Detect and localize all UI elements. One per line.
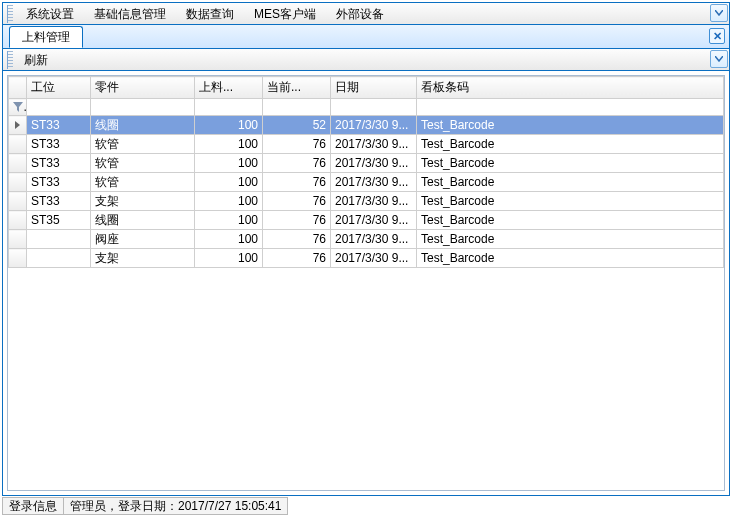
filter-cell[interactable] bbox=[331, 99, 417, 116]
cell-cur[interactable]: 76 bbox=[263, 154, 331, 173]
col-header-current[interactable]: 当前... bbox=[263, 77, 331, 99]
cell-station[interactable] bbox=[27, 230, 91, 249]
cell-part[interactable]: 软管 bbox=[91, 135, 195, 154]
cell-cur[interactable]: 76 bbox=[263, 230, 331, 249]
row-indicator[interactable] bbox=[9, 173, 27, 192]
tab-close-button[interactable]: ✕ bbox=[709, 28, 725, 44]
toolbar-grip[interactable] bbox=[7, 51, 13, 69]
cell-qty[interactable]: 100 bbox=[195, 173, 263, 192]
cell-date[interactable]: 2017/3/30 9... bbox=[331, 116, 417, 135]
col-header-part[interactable]: 零件 bbox=[91, 77, 195, 99]
table-row[interactable]: ST35线圈100762017/3/30 9...Test_Barcode bbox=[9, 211, 724, 230]
filter-cell[interactable] bbox=[27, 99, 91, 116]
cell-part[interactable]: 线圈 bbox=[91, 211, 195, 230]
cell-part[interactable]: 阀座 bbox=[91, 230, 195, 249]
cell-cur[interactable]: 76 bbox=[263, 211, 331, 230]
cell-cur[interactable]: 76 bbox=[263, 135, 331, 154]
row-indicator[interactable] bbox=[9, 116, 27, 135]
cell-cur[interactable]: 76 bbox=[263, 249, 331, 268]
cell-qty[interactable]: 100 bbox=[195, 116, 263, 135]
menu-data-query[interactable]: 数据查询 bbox=[176, 4, 244, 24]
col-header-barcode[interactable]: 看板条码 bbox=[417, 77, 724, 99]
cell-date[interactable]: 2017/3/30 9... bbox=[331, 249, 417, 268]
cell-date[interactable]: 2017/3/30 9... bbox=[331, 211, 417, 230]
cell-barcode[interactable]: Test_Barcode bbox=[417, 135, 724, 154]
cell-cur[interactable]: 76 bbox=[263, 192, 331, 211]
cell-date[interactable]: 2017/3/30 9... bbox=[331, 230, 417, 249]
cell-station[interactable]: ST35 bbox=[27, 211, 91, 230]
chevron-down-icon bbox=[715, 10, 723, 16]
cell-barcode[interactable]: Test_Barcode bbox=[417, 249, 724, 268]
filter-cell[interactable] bbox=[263, 99, 331, 116]
filter-cell[interactable] bbox=[195, 99, 263, 116]
toolbar: 刷新 bbox=[3, 49, 729, 71]
row-indicator[interactable] bbox=[9, 249, 27, 268]
row-indicator[interactable] bbox=[9, 211, 27, 230]
filter-indicator[interactable] bbox=[9, 99, 27, 116]
col-header-station[interactable]: 工位 bbox=[27, 77, 91, 99]
cell-date[interactable]: 2017/3/30 9... bbox=[331, 154, 417, 173]
cell-cur[interactable]: 52 bbox=[263, 116, 331, 135]
filter-cell[interactable] bbox=[417, 99, 724, 116]
row-indicator-header bbox=[9, 77, 27, 99]
cell-qty[interactable]: 100 bbox=[195, 154, 263, 173]
col-header-load-qty[interactable]: 上料... bbox=[195, 77, 263, 99]
cell-station[interactable]: ST33 bbox=[27, 173, 91, 192]
statusbar: 登录信息 管理员，登录日期：2017/7/27 15:05:41 bbox=[2, 497, 730, 515]
table-row[interactable]: ST33软管100762017/3/30 9...Test_Barcode bbox=[9, 135, 724, 154]
menubar-grip[interactable] bbox=[7, 5, 13, 23]
cell-date[interactable]: 2017/3/30 9... bbox=[331, 135, 417, 154]
table-row[interactable]: ST33软管100762017/3/30 9...Test_Barcode bbox=[9, 154, 724, 173]
cell-date[interactable]: 2017/3/30 9... bbox=[331, 192, 417, 211]
cell-date[interactable]: 2017/3/30 9... bbox=[331, 173, 417, 192]
cell-barcode[interactable]: Test_Barcode bbox=[417, 230, 724, 249]
menu-system-settings[interactable]: 系统设置 bbox=[16, 4, 84, 24]
cell-barcode[interactable]: Test_Barcode bbox=[417, 173, 724, 192]
cell-qty[interactable]: 100 bbox=[195, 249, 263, 268]
grid-header-row: 工位 零件 上料... 当前... 日期 看板条码 bbox=[9, 77, 724, 99]
cell-part[interactable]: 软管 bbox=[91, 154, 195, 173]
cell-barcode[interactable]: Test_Barcode bbox=[417, 116, 724, 135]
cell-barcode[interactable]: Test_Barcode bbox=[417, 154, 724, 173]
col-header-date[interactable]: 日期 bbox=[331, 77, 417, 99]
cell-qty[interactable]: 100 bbox=[195, 135, 263, 154]
cell-part[interactable]: 软管 bbox=[91, 173, 195, 192]
grid-filter-row[interactable] bbox=[9, 99, 724, 116]
tabbar: 上料管理 ✕ bbox=[3, 25, 729, 49]
cell-station[interactable]: ST33 bbox=[27, 154, 91, 173]
status-login-label: 登录信息 bbox=[2, 497, 64, 515]
menu-external-device[interactable]: 外部设备 bbox=[326, 4, 394, 24]
table-row[interactable]: 阀座100762017/3/30 9...Test_Barcode bbox=[9, 230, 724, 249]
menubar-overflow-button[interactable] bbox=[710, 4, 728, 22]
menubar: 系统设置 基础信息管理 数据查询 MES客户端 外部设备 bbox=[3, 3, 729, 25]
refresh-button[interactable]: 刷新 bbox=[16, 50, 56, 70]
cell-station[interactable]: ST33 bbox=[27, 116, 91, 135]
table-row[interactable]: ST33支架100762017/3/30 9...Test_Barcode bbox=[9, 192, 724, 211]
row-indicator[interactable] bbox=[9, 135, 27, 154]
cell-station[interactable]: ST33 bbox=[27, 192, 91, 211]
cell-station[interactable] bbox=[27, 249, 91, 268]
table-row[interactable]: ST33软管100762017/3/30 9...Test_Barcode bbox=[9, 173, 724, 192]
close-icon: ✕ bbox=[713, 30, 722, 43]
menu-mes-client[interactable]: MES客户端 bbox=[244, 4, 326, 24]
toolbar-overflow-button[interactable] bbox=[710, 50, 728, 68]
cell-barcode[interactable]: Test_Barcode bbox=[417, 192, 724, 211]
data-grid[interactable]: 工位 零件 上料... 当前... 日期 看板条码 bbox=[7, 75, 725, 491]
table-row[interactable]: 支架100762017/3/30 9...Test_Barcode bbox=[9, 249, 724, 268]
cell-qty[interactable]: 100 bbox=[195, 230, 263, 249]
cell-barcode[interactable]: Test_Barcode bbox=[417, 211, 724, 230]
cell-part[interactable]: 支架 bbox=[91, 192, 195, 211]
tab-material-loading[interactable]: 上料管理 bbox=[9, 26, 83, 48]
cell-part[interactable]: 支架 bbox=[91, 249, 195, 268]
row-indicator[interactable] bbox=[9, 154, 27, 173]
cell-station[interactable]: ST33 bbox=[27, 135, 91, 154]
cell-qty[interactable]: 100 bbox=[195, 211, 263, 230]
row-indicator[interactable] bbox=[9, 230, 27, 249]
row-indicator[interactable] bbox=[9, 192, 27, 211]
menu-basic-info[interactable]: 基础信息管理 bbox=[84, 4, 176, 24]
cell-qty[interactable]: 100 bbox=[195, 192, 263, 211]
cell-cur[interactable]: 76 bbox=[263, 173, 331, 192]
filter-cell[interactable] bbox=[91, 99, 195, 116]
table-row[interactable]: ST33线圈100522017/3/30 9...Test_Barcode bbox=[9, 116, 724, 135]
cell-part[interactable]: 线圈 bbox=[91, 116, 195, 135]
